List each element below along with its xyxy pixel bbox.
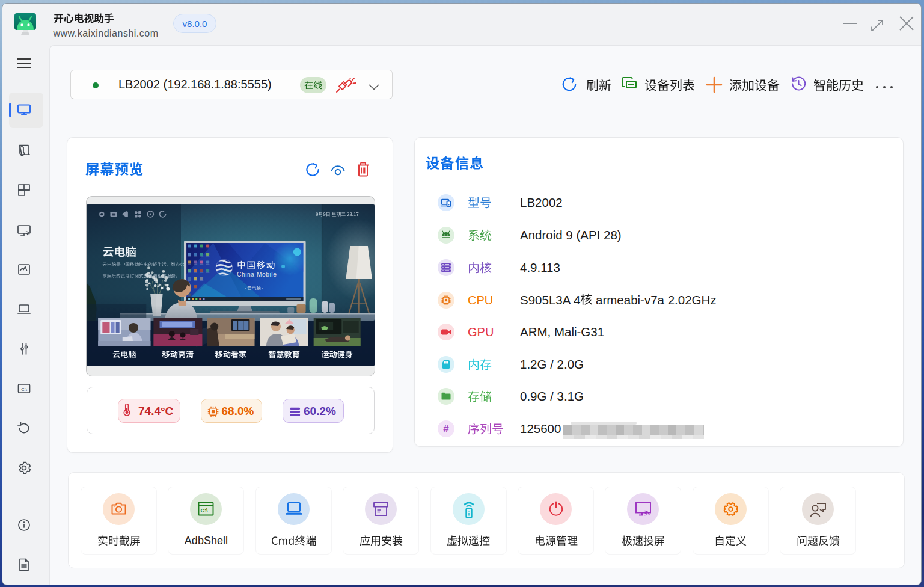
svg-text:C:\: C:\ [21,387,28,392]
svg-text:C:\: C:\ [201,508,208,514]
